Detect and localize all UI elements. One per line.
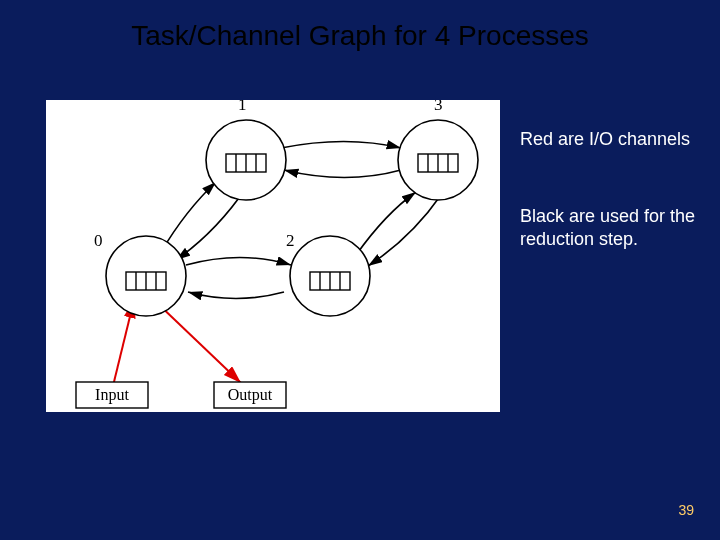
- node-0-label: 0: [94, 231, 103, 250]
- slide-title: Task/Channel Graph for 4 Processes: [0, 20, 720, 52]
- io-boxes: Input Output: [76, 382, 286, 408]
- task-channel-diagram: 0 1 2 3 Input Output: [46, 100, 500, 412]
- node-1-label: 1: [238, 100, 247, 114]
- svg-line-1: [154, 300, 241, 383]
- input-box-label: Input: [95, 386, 129, 404]
- node-2-label: 2: [286, 231, 295, 250]
- annotation-red-channels: Red are I/O channels: [520, 128, 700, 151]
- annotation-black-channels: Black are used for the reduction step.: [520, 205, 700, 250]
- node-3-label: 3: [434, 100, 443, 114]
- output-box-label: Output: [228, 386, 273, 404]
- page-number: 39: [678, 502, 694, 518]
